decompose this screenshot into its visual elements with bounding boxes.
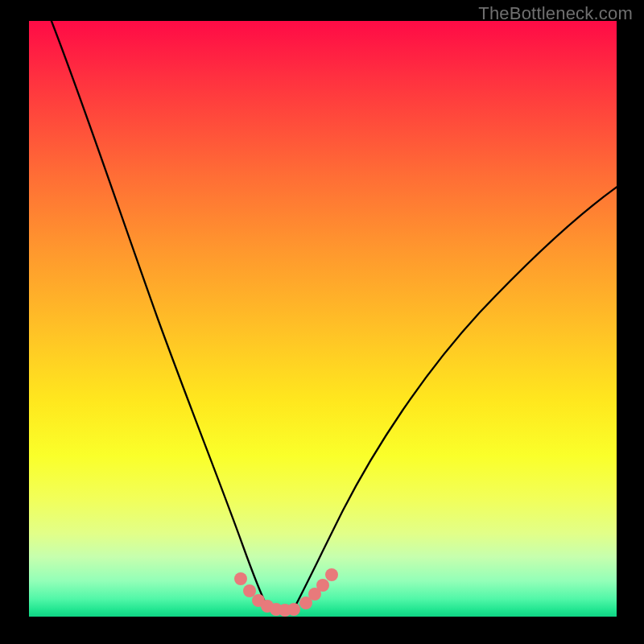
curve-left: [47, 9, 267, 607]
curve-right: [293, 186, 618, 610]
marker-dot: [316, 579, 329, 592]
marker-dot: [243, 584, 256, 597]
marker-dot: [234, 572, 247, 585]
chart-overlay: [29, 21, 617, 617]
marker-group: [234, 568, 338, 617]
curve-group: [47, 9, 618, 610]
chart-frame: TheBottleneck.com: [0, 0, 644, 644]
marker-dot: [325, 568, 338, 581]
marker-dot: [287, 603, 300, 616]
watermark-text: TheBottleneck.com: [478, 3, 633, 24]
